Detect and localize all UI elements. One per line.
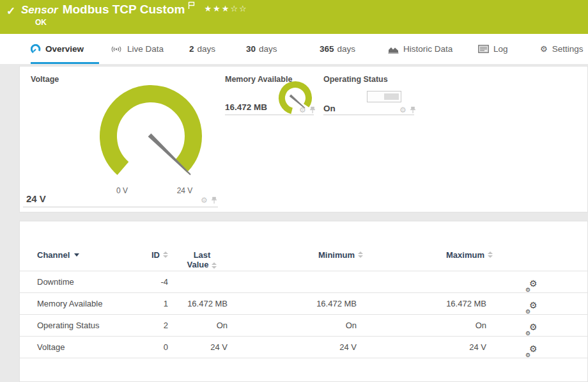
cell-minimum: On [261,315,357,336]
operating-panel-tools: ⚙ [399,106,416,115]
gauges-graphics [20,67,587,212]
tab-log[interactable]: Log [478,34,508,64]
column-header-id[interactable]: ID [103,250,168,260]
sort-toggle-icon [488,251,493,258]
column-header-minimum-label: Minimum [318,250,355,260]
memory-pin-icon[interactable] [309,106,316,114]
column-header-channel-label: Channel [37,250,70,260]
table-row-memory-available: Memory Available 1 16.472 MB 16.472 MB 1… [20,293,588,315]
channel-settings-button[interactable]: ⚙⚙ [525,315,541,337]
tab-log-label: Log [493,44,508,54]
tab-live-data-label: Live Data [127,44,164,54]
cell-id: 2 [103,315,168,336]
cell-last-value: On [164,315,228,336]
sensor-name: Modbus TCP Custom [63,3,185,17]
operating-settings-gear-icon[interactable]: ⚙ [399,106,406,115]
voltage-scale-min-label: 0 V [108,186,136,195]
channel-settings-button[interactable]: ⚙⚙ [525,271,541,293]
operating-panel-divider [323,115,414,115]
tab-overview-label: Overview [45,44,84,54]
memory-panel-divider [225,115,314,115]
tab-live-data[interactable]: Live Data [110,34,164,64]
gauges-card: Voltage 0 V 24 V 24 V ⚙ Memory Available… [19,66,588,212]
cell-maximum: On [391,315,486,336]
voltage-panel-tools: ⚙ [201,196,217,205]
column-header-last-value[interactable]: Last Value [173,250,231,269]
tab-historic-data-label: Historic Data [403,44,453,54]
tab-2-days-unit: days [197,44,216,54]
sort-toggle-icon [212,262,217,269]
stars-empty: ☆☆ [230,4,247,13]
status-ok-check-icon: ✓ [6,4,15,18]
tab-settings[interactable]: ⚙ Settings [540,34,583,64]
cell-last-value: 16.472 MB [164,293,228,314]
active-tab-underline [31,62,99,64]
flag-icon[interactable] [188,1,195,10]
tab-settings-label: Settings [552,44,584,54]
tab-30-days[interactable]: 30 days [246,34,277,64]
operating-status-toggle [367,91,401,102]
memory-settings-gear-icon[interactable]: ⚙ [299,106,306,115]
table-row-operating-status: Operating Status 2 On On On ⚙⚙ [20,315,588,337]
voltage-panel-divider [23,207,218,207]
column-header-maximum-label: Maximum [446,250,484,260]
column-header-maximum[interactable]: Maximum [415,250,493,260]
gauge-icon [31,44,41,54]
settings-gear-icon: ⚙ [540,44,548,54]
memory-panel-tools: ⚙ [299,106,316,115]
operating-pin-icon[interactable] [410,106,416,114]
operating-panel-title: Operating Status [323,75,388,84]
tab-365-days[interactable]: 365 days [320,34,355,64]
voltage-gauge-arc [108,93,193,168]
tab-365-days-unit: days [337,44,356,54]
cell-channel: Voltage [37,337,65,358]
sort-toggle-icon [358,251,363,258]
tab-365-days-number: 365 [320,44,334,54]
channel-settings-button[interactable]: ⚙⚙ [525,293,541,315]
cell-id: -4 [103,271,168,292]
voltage-settings-gear-icon[interactable]: ⚙ [201,196,208,205]
cell-minimum: 16.472 MB [261,293,357,314]
cell-last-value: 24 V [164,337,228,358]
tab-2-days[interactable]: 2 days [189,34,215,64]
column-header-value-label: Value [187,260,209,269]
tab-overview[interactable]: Overview [31,34,84,64]
double-gear-icon: ⚙⚙ [525,337,541,358]
cell-maximum: 24 V [391,337,486,358]
double-gear-icon: ⚙⚙ [525,271,541,293]
cell-channel: Memory Available [37,293,102,314]
column-header-minimum[interactable]: Minimum [285,250,363,260]
cell-channel: Operating Status [37,315,100,336]
column-header-last-label: Last [194,250,211,260]
operating-status-toggle-knob [384,93,399,100]
voltage-scale-max-label: 24 V [171,186,199,195]
voltage-value: 24 V [26,193,46,204]
object-type-label: Sensor [21,4,58,17]
channel-table-card: Channel ID Last Value Minimum Maximum Do… [19,221,588,382]
voltage-gauge-needle [148,134,191,175]
priority-stars[interactable]: ★★★☆☆ [204,4,247,13]
tab-30-days-number: 30 [246,44,256,54]
memory-value: 16.472 MB [225,102,267,112]
column-header-id-label: ID [151,250,160,260]
column-header-channel[interactable]: Channel [37,250,79,260]
voltage-panel-title: Voltage [31,75,59,84]
status-badge: OK [35,18,47,27]
stars-filled: ★★★ [204,4,230,13]
table-row-voltage: Voltage 0 24 V 24 V 24 V ⚙⚙ [20,337,588,358]
tab-bar: Overview Live Data 2 days 30 days 365 da… [0,34,588,64]
log-list-icon [478,45,489,53]
cell-id: 0 [103,337,168,358]
voltage-pin-icon[interactable] [211,196,217,204]
historic-chart-icon [388,45,399,54]
cell-id: 1 [103,293,168,314]
sensor-header: ✓ Sensor Modbus TCP Custom ★★★☆☆ OK [0,0,588,34]
tab-historic-data[interactable]: Historic Data [388,34,453,64]
sort-desc-caret-icon [74,253,79,257]
channel-settings-button[interactable]: ⚙⚙ [525,337,541,358]
cell-minimum: 24 V [261,337,357,358]
table-row-downtime: Downtime -4 ⚙⚙ [20,271,588,293]
double-gear-icon: ⚙⚙ [525,315,541,337]
cell-maximum: 16.472 MB [391,293,486,314]
tab-2-days-number: 2 [189,44,194,54]
